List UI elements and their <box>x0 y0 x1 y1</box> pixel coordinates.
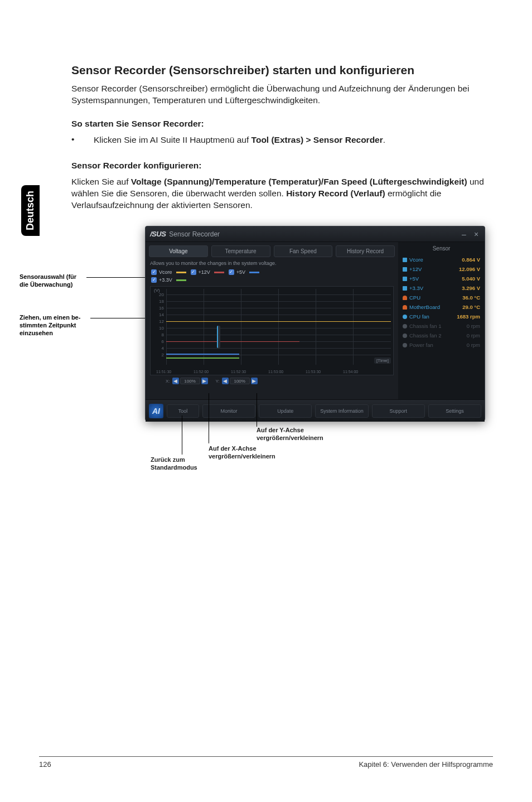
callout-line <box>209 393 209 443</box>
tab-fanspeed[interactable]: Fan Speed <box>274 245 333 257</box>
callout-line <box>182 416 182 455</box>
subheading-config: Sensor Recorder konfigurieren: <box>71 161 495 171</box>
callout-drag: Ziehen, um einen be- stimmten Zeitpunkt … <box>20 314 91 337</box>
checkbox-5v[interactable]: ✓+5V <box>229 269 259 275</box>
x-zoom-in[interactable]: ▶ <box>201 378 208 384</box>
line-vcore <box>166 357 239 359</box>
tab-temperature[interactable]: Temperature <box>211 245 270 257</box>
y-zoom-value: 100% <box>230 378 250 384</box>
x-label: X: <box>166 379 170 384</box>
checkbox-vcore[interactable]: ✓Vcore <box>151 269 186 275</box>
time-badge: [Time] <box>374 357 391 364</box>
language-tab: Deutsch <box>21 185 40 236</box>
fan-icon <box>403 315 407 319</box>
x-tick: 11:52:30 <box>231 370 246 374</box>
app-body: Voltage Temperature Fan Speed History Re… <box>146 242 485 399</box>
support-button[interactable]: Support <box>372 404 425 418</box>
sensor-name: Chassis fan 1 <box>409 323 442 329</box>
gridline <box>241 289 241 365</box>
sensor-row: CPU fan1683 rpm <box>403 312 480 321</box>
callout-line <box>257 393 257 427</box>
fan-icon <box>403 334 407 338</box>
bolt-icon <box>403 267 407 272</box>
chart-area[interactable]: (V) 20 18 16 14 12 10 8 6 <box>150 286 394 375</box>
color-swatch <box>176 279 186 281</box>
sensor-value: 5.040 V <box>462 276 480 282</box>
y-zoom-out[interactable]: ◀ <box>222 378 229 384</box>
sensor-value: 36.0 °C <box>462 294 480 301</box>
color-swatch <box>176 272 186 273</box>
bottom-toolbar: AI Tool Monitor Update System Informatio… <box>146 399 485 422</box>
close-button[interactable]: × <box>472 230 480 238</box>
monitor-button[interactable]: Monitor <box>202 404 255 418</box>
options-bold: Voltage (Spannung)/Temperature (Temperat… <box>131 177 467 186</box>
sensor-value: 0 rpm <box>467 323 480 329</box>
y-zoom-in[interactable]: ▶ <box>251 378 258 384</box>
tab-row: Voltage Temperature Fan Speed History Re… <box>149 245 395 257</box>
zoom-controls: X: ◀ 100% ▶ Y: ◀ 100% ▶ <box>149 375 395 386</box>
subheading-start: So starten Sie Sensor Recorder: <box>71 119 495 129</box>
line-33v <box>166 354 239 355</box>
checkbox-33v[interactable]: ✓+3.3V <box>151 277 186 283</box>
callout-sensor-select: Sensorauswahl (für die Überwachung) <box>20 273 86 289</box>
config-paragraph: Klicken Sie auf Voltage (Spannung)/Tempe… <box>71 176 495 211</box>
sensor-value: 1683 rpm <box>457 313 480 320</box>
y-tick: 6 <box>152 339 164 344</box>
y-tick: 20 <box>152 292 164 297</box>
sensor-row: Chassis fan 10 rpm <box>403 321 480 331</box>
thermometer-icon <box>403 305 407 310</box>
sensor-row: Power fan0 rpm <box>403 340 480 350</box>
callout-y-zoom: Auf der Y-Achse vergrößern/verkleinern <box>257 427 368 442</box>
sensor-value: 0 rpm <box>467 342 480 348</box>
y-tick: 14 <box>152 312 164 317</box>
heading: Sensor Recorder (Sensorschreiber) starte… <box>71 62 495 78</box>
gridline <box>353 289 354 365</box>
bolt-icon <box>403 258 407 262</box>
color-swatch <box>249 272 259 273</box>
sensor-checkbox-row: ✓Vcore ✓+12V ✓+5V <box>149 269 395 275</box>
menu-path: Tool (Extras) > Sensor Recorder <box>252 135 383 144</box>
titlebar: /SUS Sensor Recorder – × <box>146 226 485 242</box>
figure: Sensorauswahl (für die Überwachung) Zieh… <box>72 226 496 505</box>
sensor-value: 0.864 V <box>462 257 480 263</box>
sensor-row: +3.3V3.296 V <box>403 283 480 293</box>
x-tick: 11:53:30 <box>306 370 321 374</box>
ai-suite-logo-icon[interactable]: AI <box>149 404 163 418</box>
label: +12V <box>199 269 210 275</box>
bolt-icon <box>403 286 407 291</box>
sensor-name: +12V <box>409 266 422 272</box>
sysinfo-button[interactable]: System Information <box>315 404 368 418</box>
x-tick: 11:52:00 <box>194 370 209 374</box>
sensor-panel-title: Sensor <box>403 245 480 252</box>
label: Vcore <box>159 269 172 275</box>
gridline <box>316 289 316 365</box>
sensor-name: CPU <box>409 294 420 301</box>
x-tick: 11:54:00 <box>343 370 358 374</box>
page-footer: 126 Kapitel 6: Verwenden der Hilfsprogra… <box>39 756 493 769</box>
settings-button[interactable]: Settings <box>428 404 481 418</box>
left-pane: Voltage Temperature Fan Speed History Re… <box>146 242 398 399</box>
thermometer-icon <box>403 296 407 300</box>
checkbox-12v[interactable]: ✓+12V <box>191 269 224 275</box>
sensor-name: Chassis fan 2 <box>409 332 442 339</box>
sensor-row: MotherBoard29.0 °C <box>403 302 480 312</box>
text: Klicken Sie auf <box>71 177 131 186</box>
tab-history[interactable]: History Record <box>336 245 395 257</box>
bolt-icon <box>403 277 407 281</box>
app-title: Sensor Recorder <box>169 230 460 238</box>
sensor-row: Vcore0.864 V <box>403 255 480 264</box>
tool-button[interactable]: Tool <box>167 404 199 418</box>
window-controls: – × <box>460 230 480 238</box>
left-handle[interactable] <box>217 326 220 348</box>
line-12v <box>166 321 391 322</box>
x-zoom-value: 100% <box>180 378 200 384</box>
color-swatch <box>214 272 224 273</box>
sensor-row: Chassis fan 20 rpm <box>403 331 480 340</box>
x-zoom-out[interactable]: ◀ <box>172 378 179 384</box>
label: +5V <box>236 269 245 275</box>
minimize-button[interactable]: – <box>460 230 468 238</box>
update-button[interactable]: Update <box>259 404 312 418</box>
tab-voltage[interactable]: Voltage <box>149 245 208 257</box>
y-tick: 2 <box>152 352 164 357</box>
fan-icon <box>403 324 407 328</box>
